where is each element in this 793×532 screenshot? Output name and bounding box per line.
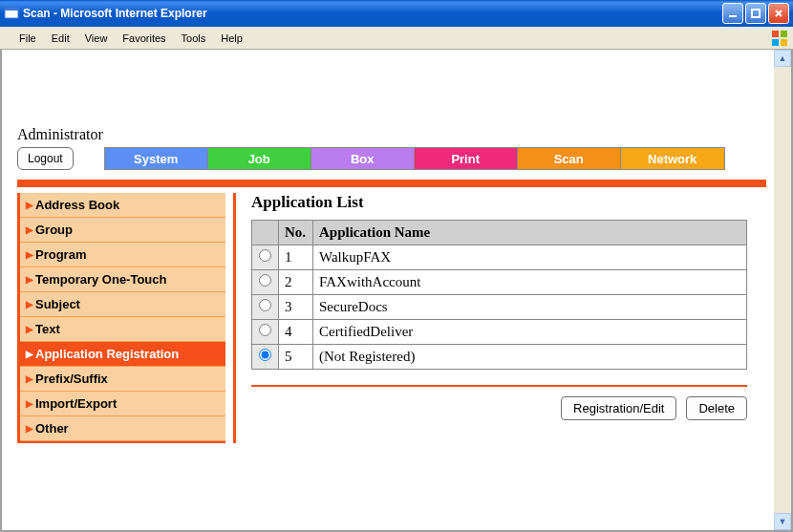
chevron-right-icon: ▶: [26, 200, 33, 210]
row-select-radio[interactable]: [259, 299, 271, 311]
row-select-radio[interactable]: [259, 324, 271, 336]
sidebar-item-label: Import/Export: [35, 396, 117, 411]
svg-rect-1: [5, 8, 18, 11]
sidebar-item-label: Program: [35, 247, 86, 262]
menubar: File Edit View Favorites Tools Help: [0, 27, 793, 50]
row-select-radio[interactable]: [259, 274, 271, 287]
maximize-button[interactable]: [745, 3, 766, 24]
chevron-right-icon: ▶: [26, 324, 33, 334]
scroll-track[interactable]: [774, 67, 791, 513]
svg-rect-6: [772, 31, 779, 37]
tab-network[interactable]: Network: [621, 148, 724, 169]
sidebar-item-other[interactable]: ▶Other: [20, 416, 225, 441]
window-titlebar: Scan - Microsoft Internet Explorer: [0, 0, 793, 27]
svg-rect-7: [781, 31, 787, 37]
sidebar-item-label: Address Book: [35, 198, 119, 212]
chevron-right-icon: ▶: [26, 224, 33, 235]
row-no: 3: [279, 295, 313, 320]
main-panel: Application List No. Application Name 1W…: [251, 193, 766, 443]
application-table: No. Application Name 1WalkupFAX2FAXwithA…: [251, 220, 747, 370]
tab-box[interactable]: Box: [311, 148, 415, 169]
chevron-right-icon: ▶: [26, 349, 33, 359]
col-name: Application Name: [313, 221, 747, 245]
row-app-name: SecureDocs: [313, 295, 747, 320]
tab-job[interactable]: Job: [208, 148, 311, 169]
tab-print[interactable]: Print: [415, 148, 518, 169]
vertical-divider: [233, 193, 236, 443]
content-area: Administrator Logout SystemJobBoxPrintSc…: [0, 50, 793, 532]
svg-rect-3: [752, 10, 760, 17]
window-title: Scan - Microsoft Internet Explorer: [23, 7, 722, 20]
menu-favorites[interactable]: Favorites: [115, 30, 173, 47]
delete-button[interactable]: Delete: [686, 396, 747, 420]
table-row: 1WalkupFAX: [252, 245, 747, 270]
sidebar: ▶Address Book▶Group▶Program▶Temporary On…: [17, 193, 225, 443]
chevron-right-icon: ▶: [26, 373, 33, 384]
menu-file[interactable]: File: [11, 30, 44, 47]
ie-logo-icon: [770, 29, 789, 48]
row-app-name: (Not Registered): [313, 345, 747, 370]
vertical-scrollbar[interactable]: ▲ ▼: [774, 50, 791, 530]
row-select-radio[interactable]: [259, 349, 271, 361]
tab-system[interactable]: System: [105, 148, 208, 169]
row-select-cell: [252, 345, 279, 370]
divider-line: [251, 385, 747, 387]
menu-tools[interactable]: Tools: [174, 30, 214, 47]
main-heading: Application List: [251, 193, 747, 212]
sidebar-item-application-registration[interactable]: ▶Application Registration: [20, 342, 225, 367]
menu-view[interactable]: View: [77, 30, 116, 47]
sidebar-item-address-book[interactable]: ▶Address Book: [20, 193, 225, 218]
table-row: 2FAXwithAccount: [252, 270, 747, 295]
sidebar-item-label: Application Registration: [35, 347, 179, 361]
sidebar-item-label: Prefix/Suffix: [35, 372, 108, 386]
row-select-cell: [252, 295, 279, 320]
admin-label: Administrator: [17, 126, 766, 143]
col-no: No.: [279, 221, 313, 245]
registration-edit-button[interactable]: Registration/Edit: [561, 396, 676, 420]
sidebar-item-label: Group: [35, 223, 73, 237]
sidebar-item-label: Text: [35, 322, 60, 336]
row-no: 1: [279, 245, 313, 270]
row-app-name: CertifiedDeliver: [313, 320, 747, 345]
table-row: 4CertifiedDeliver: [252, 320, 747, 345]
chevron-right-icon: ▶: [26, 274, 33, 285]
sidebar-item-label: Subject: [35, 297, 80, 311]
table-row: 5(Not Registered): [252, 345, 747, 370]
sidebar-item-temporary-one-touch[interactable]: ▶Temporary One-Touch: [20, 267, 225, 292]
col-select: [252, 221, 279, 245]
scroll-down-icon[interactable]: ▼: [774, 513, 791, 530]
app-icon: [4, 6, 19, 21]
chevron-right-icon: ▶: [26, 423, 33, 434]
chevron-right-icon: ▶: [26, 249, 33, 260]
row-select-radio[interactable]: [259, 249, 271, 262]
sidebar-item-text[interactable]: ▶Text: [20, 317, 225, 342]
logout-button[interactable]: Logout: [17, 147, 74, 170]
minimize-button[interactable]: [722, 3, 743, 24]
sidebar-item-label: Other: [35, 421, 69, 436]
close-button[interactable]: [768, 3, 789, 24]
row-app-name: FAXwithAccount: [313, 270, 747, 295]
row-no: 4: [279, 320, 313, 345]
row-no: 2: [279, 270, 313, 295]
menu-edit[interactable]: Edit: [44, 30, 77, 47]
sidebar-item-label: Temporary One-Touch: [35, 272, 166, 287]
sidebar-item-program[interactable]: ▶Program: [20, 243, 225, 267]
row-select-cell: [252, 245, 279, 270]
svg-rect-8: [772, 39, 779, 46]
row-select-cell: [252, 320, 279, 345]
chevron-right-icon: ▶: [26, 398, 33, 409]
svg-rect-9: [781, 39, 787, 46]
table-row: 3SecureDocs: [252, 295, 747, 320]
scroll-up-icon[interactable]: ▲: [774, 50, 791, 67]
row-select-cell: [252, 270, 279, 295]
chevron-right-icon: ▶: [26, 299, 33, 309]
sidebar-item-group[interactable]: ▶Group: [20, 218, 225, 243]
sidebar-item-prefix-suffix[interactable]: ▶Prefix/Suffix: [20, 367, 225, 392]
sidebar-item-subject[interactable]: ▶Subject: [20, 292, 225, 317]
sidebar-item-import-export[interactable]: ▶Import/Export: [20, 392, 225, 416]
row-no: 5: [279, 345, 313, 370]
tab-scan[interactable]: Scan: [518, 148, 621, 169]
menu-help[interactable]: Help: [213, 30, 250, 47]
orange-separator: [17, 180, 766, 187]
svg-rect-2: [729, 15, 737, 17]
